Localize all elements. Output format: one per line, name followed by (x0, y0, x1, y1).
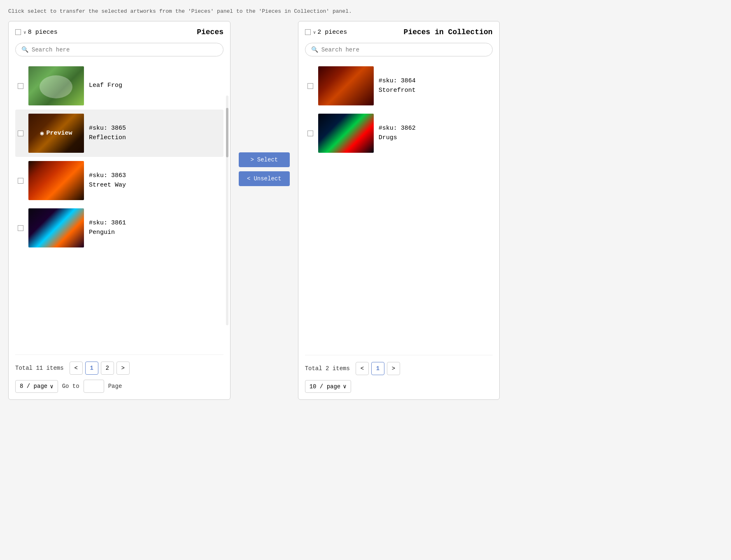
left-panel-chevron-icon[interactable]: ∨ (23, 30, 26, 35)
preview-eye-icon: ◉ (40, 129, 44, 137)
preview-overlay: ◉ Preview (28, 114, 84, 153)
list-item[interactable]: #sku: 3862 Drugs (305, 110, 493, 157)
item-name: Reflection (89, 133, 126, 143)
left-panel-title: Pieces (197, 28, 223, 36)
left-prev-page-button[interactable]: < (70, 362, 83, 375)
svg-point-2 (60, 77, 66, 84)
item-image (28, 66, 84, 105)
item-text-block: #sku: 3863 Street Way (89, 171, 126, 190)
right-search-icon: 🔍 (311, 46, 318, 53)
list-item[interactable]: ◉ Preview #sku: 3865 Reflection (15, 110, 223, 157)
list-item[interactable]: #sku: 3863 Street Way (15, 157, 223, 204)
instruction-text: Click select to transfer the selected ar… (8, 8, 723, 14)
right-next-page-button[interactable]: > (387, 362, 400, 375)
item-image (28, 208, 84, 247)
right-panel-select-all-checkbox[interactable] (305, 29, 311, 35)
item-image (318, 114, 374, 153)
right-per-page-chevron-icon: ∨ (343, 383, 346, 390)
right-panel-title: Pieces in Collection (404, 28, 493, 36)
item-image (28, 161, 84, 200)
left-scrollbar-thumb[interactable] (226, 108, 228, 157)
unselect-icon: < (247, 175, 250, 182)
list-item[interactable]: Leaf Frog (15, 62, 223, 110)
left-total-label: Total 11 items (15, 365, 64, 371)
left-items-list: Leaf Frog ◉ Preview #sku: 3865 Reflectio… (15, 62, 223, 252)
left-pagination-row2: 8 / page ∨ Go to Page (15, 380, 223, 393)
item-checkbox[interactable] (307, 131, 313, 136)
item-text-block: #sku: 3861 Penguin (89, 219, 126, 237)
left-search-input[interactable] (32, 47, 217, 53)
select-button[interactable]: > Select (239, 152, 290, 167)
left-go-to-label: Go to (62, 383, 79, 390)
left-page-label: Page (108, 383, 122, 390)
item-name: Street Way (89, 181, 126, 190)
unselect-label: Unselect (254, 175, 281, 182)
list-item[interactable]: #sku: 3861 Penguin (15, 204, 223, 252)
item-text-block: #sku: 3862 Drugs (379, 124, 416, 142)
right-search-input[interactable] (321, 47, 487, 53)
right-pagination-row2: 10 / page ∨ (305, 380, 493, 393)
left-panel-header: ∨ 8 pieces Pieces (15, 28, 223, 36)
item-image (318, 66, 374, 105)
svg-point-1 (46, 77, 52, 84)
right-items-list: #sku: 3864 Storefront #sku: 3862 Drugs (305, 62, 493, 157)
right-per-page-label: 10 / page (310, 383, 341, 390)
right-panel-header-left: ∨ 2 pieces (305, 29, 347, 36)
left-panel-select-all-checkbox[interactable] (15, 29, 21, 35)
item-text-block: #sku: 3865 Reflection (89, 124, 126, 142)
item-sku: #sku: 3865 (89, 124, 126, 133)
right-prev-page-button[interactable]: < (356, 362, 369, 375)
item-checkbox[interactable] (18, 225, 23, 231)
item-checkbox[interactable] (18, 83, 23, 89)
left-panel: ∨ 8 pieces Pieces 🔍 (8, 21, 230, 400)
left-pagination: Total 11 items < 1 2 > (15, 355, 223, 375)
left-page-1-button[interactable]: 1 (85, 362, 98, 375)
item-sku: #sku: 3863 (89, 171, 126, 181)
transfer-buttons-container: > Select < Unselect (230, 152, 298, 186)
item-name: Penguin (89, 228, 126, 238)
left-per-page-select[interactable]: 8 / page ∨ (15, 380, 58, 393)
left-go-to-input[interactable] (84, 380, 104, 393)
left-per-page-label: 8 / page (20, 383, 47, 390)
left-panel-count: 8 pieces (28, 29, 58, 36)
left-page-2-button[interactable]: 2 (101, 362, 114, 375)
unselect-button[interactable]: < Unselect (239, 171, 290, 186)
item-checkbox[interactable] (18, 178, 23, 184)
right-panel-chevron-icon[interactable]: ∨ (313, 30, 316, 35)
left-search-icon: 🔍 (21, 46, 28, 53)
select-label: Select (257, 156, 278, 163)
left-next-page-button[interactable]: > (116, 362, 130, 375)
right-search-box[interactable]: 🔍 (305, 43, 493, 56)
left-per-page-chevron-icon: ∨ (50, 383, 53, 390)
left-scrollbar[interactable] (226, 96, 228, 325)
right-page-1-button[interactable]: 1 (371, 362, 384, 375)
svg-point-0 (40, 75, 72, 98)
right-panel-count: 2 pieces (317, 29, 347, 36)
left-search-box[interactable]: 🔍 (15, 43, 223, 56)
left-panel-header-left: ∨ 8 pieces (15, 29, 58, 36)
item-sku: #sku: 3862 (379, 124, 416, 133)
item-image: ◉ Preview (28, 114, 84, 153)
panels-container: ∨ 8 pieces Pieces 🔍 (8, 21, 723, 400)
right-pagination: Total 2 items < 1 > (305, 355, 493, 375)
item-name: Storefront (379, 86, 416, 96)
item-name: Leaf Frog (89, 81, 122, 91)
item-name: Drugs (379, 133, 416, 143)
item-sku: #sku: 3861 (89, 219, 126, 228)
right-per-page-select[interactable]: 10 / page ∨ (305, 380, 351, 393)
item-checkbox[interactable] (18, 131, 23, 136)
right-panel-header: ∨ 2 pieces Pieces in Collection (305, 28, 493, 36)
right-panel: ∨ 2 pieces Pieces in Collection 🔍 #sku: … (298, 21, 500, 400)
right-total-label: Total 2 items (305, 365, 350, 372)
list-item[interactable]: #sku: 3864 Storefront (305, 62, 493, 110)
item-checkbox[interactable] (307, 83, 313, 89)
select-icon: > (250, 156, 254, 163)
item-text-block: #sku: 3864 Storefront (379, 77, 416, 95)
item-sku: #sku: 3864 (379, 77, 416, 86)
preview-label: Preview (47, 130, 72, 137)
